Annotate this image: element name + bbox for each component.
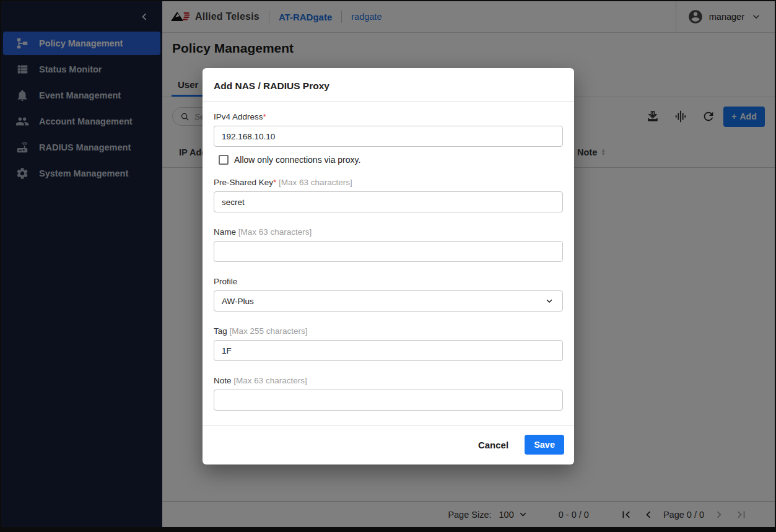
- checkbox-unchecked-icon[interactable]: [219, 155, 229, 165]
- field-label: Note [Max 63 characters]: [214, 376, 563, 385]
- field-hint: [Max 63 characters]: [233, 376, 307, 385]
- cancel-button[interactable]: Cancel: [468, 435, 518, 455]
- field-label: Pre-Shared Key* [Max 63 characters]: [214, 178, 563, 187]
- field-ipv4-address: IPv4 Address*: [214, 112, 563, 147]
- name-input[interactable]: [214, 241, 563, 262]
- proxy-only-checkbox-row[interactable]: Allow only connections via proxy.: [219, 155, 563, 165]
- pre-shared-key-input[interactable]: [214, 191, 563, 212]
- note-input[interactable]: [214, 390, 563, 411]
- add-nas-modal: Add NAS / RADIUS Proxy IPv4 Address* All…: [203, 68, 574, 464]
- field-note: Note [Max 63 characters]: [214, 376, 563, 411]
- field-label: Tag [Max 255 characters]: [214, 326, 563, 336]
- profile-select[interactable]: AW-Plus: [214, 290, 563, 312]
- field-tag: Tag [Max 255 characters]: [214, 326, 563, 361]
- field-hint: [Max 255 characters]: [230, 326, 308, 336]
- field-hint: [Max 63 characters]: [238, 227, 312, 237]
- required-mark: *: [273, 178, 276, 187]
- field-label: IPv4 Address*: [214, 112, 563, 121]
- modal-body: IPv4 Address* Allow only connections via…: [203, 102, 574, 411]
- field-label: Name [Max 63 characters]: [214, 227, 563, 237]
- field-pre-shared-key: Pre-Shared Key* [Max 63 characters]: [214, 178, 563, 212]
- checkbox-label: Allow only connections via proxy.: [234, 155, 360, 165]
- field-profile: Profile AW-Plus: [214, 277, 563, 312]
- field-hint: [Max 63 characters]: [279, 178, 352, 187]
- profile-select-value: AW-Plus: [222, 297, 254, 306]
- save-button[interactable]: Save: [525, 435, 564, 455]
- required-mark: *: [263, 112, 266, 121]
- tag-input[interactable]: [214, 340, 563, 361]
- ipv4-address-input[interactable]: [214, 126, 563, 147]
- modal-title: Add NAS / RADIUS Proxy: [203, 68, 574, 102]
- chevron-down-icon: [544, 295, 555, 307]
- app-window: Policy Management Status Monitor Event M…: [0, 0, 776, 532]
- field-label: Profile: [214, 277, 563, 286]
- field-name: Name [Max 63 characters]: [214, 227, 563, 262]
- modal-footer: Cancel Save: [203, 425, 574, 464]
